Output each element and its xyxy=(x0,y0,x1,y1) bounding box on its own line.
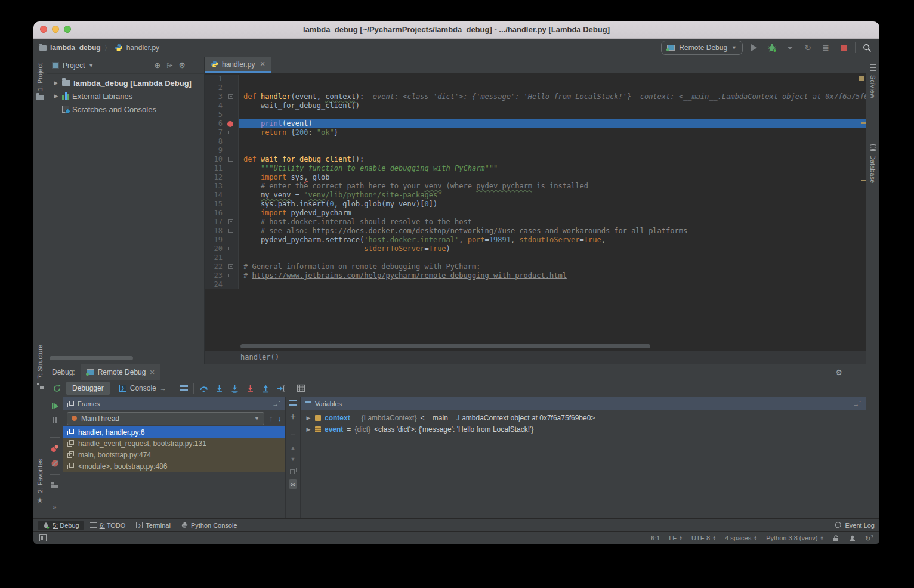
tree-item-external-libraries[interactable]: ▶ External Libraries xyxy=(47,89,204,103)
move-up-button[interactable]: ▲ xyxy=(291,445,296,451)
gutter-fold-column[interactable] xyxy=(225,164,239,173)
variable-row[interactable]: ▶event={dict}<class 'dict'>: {'message':… xyxy=(301,423,866,435)
toolwindow-tab-favorites[interactable]: 2: Favorites ★ xyxy=(33,459,47,504)
error-stripe-mark[interactable] xyxy=(859,76,864,81)
fold-end-icon[interactable] xyxy=(229,274,233,277)
chevron-right-icon[interactable]: ▶ xyxy=(53,93,59,99)
error-stripe-mark[interactable] xyxy=(861,122,866,124)
hamburger-icon[interactable] xyxy=(289,400,297,406)
remove-watch-button[interactable]: − xyxy=(290,429,295,440)
code-line-16[interactable]: 16 import pydevd_pycharm xyxy=(205,209,866,218)
step-into-my-code-button[interactable] xyxy=(229,382,240,394)
gutter-fold-column[interactable] xyxy=(225,218,239,227)
code-line-4[interactable]: 4 wait_for_debug_client() xyxy=(205,101,866,110)
code-line-2[interactable]: 2 xyxy=(205,83,866,92)
update-status-icon[interactable]: ↻? xyxy=(865,534,873,543)
gutter-fold-column[interactable] xyxy=(225,92,239,101)
tab-console[interactable]: ❯ Console →˙ xyxy=(113,382,175,395)
new-watch-button[interactable]: ＋ xyxy=(288,411,298,423)
code-line-10[interactable]: 10def wait_for_debug_client(): xyxy=(205,155,866,164)
breadcrumb-project[interactable]: lambda_debug xyxy=(50,44,101,52)
code-line-7[interactable]: 7 return {200: "ok"} xyxy=(205,128,866,137)
gutter-fold-column[interactable] xyxy=(225,75,239,83)
event-log-button[interactable]: Event Log xyxy=(834,521,875,529)
collapse-all-icon[interactable]: ⌲ xyxy=(166,61,172,70)
chevron-right-icon[interactable]: ▶ xyxy=(305,415,311,421)
gutter-fold-column[interactable] xyxy=(225,137,239,146)
pause-button[interactable] xyxy=(51,417,58,424)
project-horizontal-scrollbar[interactable] xyxy=(50,356,133,360)
gear-icon[interactable]: ⚙ xyxy=(835,368,842,377)
code-line-24[interactable]: 24 xyxy=(205,280,866,289)
fold-end-icon[interactable] xyxy=(229,247,233,250)
move-down-button[interactable]: ▼ xyxy=(291,456,296,462)
code-line-18[interactable]: 18 # see also: https://docs.docker.com/d… xyxy=(205,227,866,236)
gutter-fold-column[interactable] xyxy=(225,236,239,245)
breadcrumb-file[interactable]: handler.py xyxy=(126,44,159,52)
step-into-button[interactable] xyxy=(213,382,225,394)
tree-item-scratches[interactable]: Scratches and Consoles xyxy=(47,103,204,116)
breakpoint-dot[interactable] xyxy=(227,121,233,127)
toolwindow-tab-debug[interactable]: 5: Debug xyxy=(38,521,84,530)
fold-open-icon[interactable] xyxy=(229,219,233,224)
restore-layout-button[interactable] xyxy=(51,481,59,488)
code-line-14[interactable]: 14 my_venv = "venv/lib/python*/site-pack… xyxy=(205,191,866,200)
fold-open-icon[interactable] xyxy=(229,94,233,99)
code-line-17[interactable]: 17 # host.docker.internal should resolve… xyxy=(205,218,866,227)
editor-breadcrumb[interactable]: handler() xyxy=(240,353,279,361)
code-line-3[interactable]: 3def handler(event, context): event: <cl… xyxy=(205,92,866,101)
chevron-down-icon[interactable]: ▼ xyxy=(88,63,94,69)
variable-row[interactable]: ▶context={LambdaContext}<__main__.Lambda… xyxy=(301,412,866,423)
code-line-22[interactable]: 22# General information on remote debugg… xyxy=(205,262,866,271)
code-editor[interactable]: 123def handler(event, context): event: <… xyxy=(205,73,866,350)
gutter-fold-column[interactable] xyxy=(225,262,239,271)
gutter-fold-column[interactable] xyxy=(225,83,239,92)
debug-button[interactable] xyxy=(765,41,779,54)
fold-open-icon[interactable] xyxy=(229,157,233,162)
view-breakpoints-button[interactable] xyxy=(51,444,59,453)
toolwindow-tab-python-console[interactable]: Python Console xyxy=(177,521,242,530)
editor-tab-handler[interactable]: handler.py ✕ xyxy=(205,57,271,73)
error-stripe-mark[interactable] xyxy=(861,180,866,181)
hide-panel-icon[interactable]: — xyxy=(192,61,199,70)
code-line-23[interactable]: 23# https://www.jetbrains.com/help/pycha… xyxy=(205,271,866,280)
toolwindow-tab-terminal[interactable]: ❯ Terminal xyxy=(132,521,175,530)
interpreter-selector[interactable]: Python 3.8 (venv)▲▼ xyxy=(766,534,823,541)
run-button[interactable] xyxy=(748,41,761,54)
code-line-6[interactable]: 6 print(event) xyxy=(205,119,866,128)
code-line-13[interactable]: 13 # enter the correct path here to your… xyxy=(205,182,866,191)
concurrency-button[interactable]: ≣ xyxy=(819,41,832,54)
hide-panel-icon[interactable]: — xyxy=(850,368,857,377)
code-with-me-icon[interactable] xyxy=(848,534,856,542)
more-actions-button[interactable]: » xyxy=(53,503,57,510)
rerun-button[interactable] xyxy=(51,382,63,394)
gutter-fold-column[interactable] xyxy=(225,245,239,253)
frame-row[interactable]: <module>, bootstrap.py:486 xyxy=(63,460,285,472)
gutter-fold-column[interactable] xyxy=(225,182,239,191)
coverage-button[interactable]: ↻ xyxy=(801,41,814,54)
code-line-11[interactable]: 11 """Utility function to enable debuggi… xyxy=(205,164,866,173)
code-line-15[interactable]: 15 sys.path.insert(0, glob.glob(my_venv)… xyxy=(205,200,866,209)
gutter-fold-column[interactable] xyxy=(225,146,239,155)
gutter-fold-column[interactable] xyxy=(225,119,239,128)
gutter-fold-column[interactable] xyxy=(225,155,239,164)
locate-file-icon[interactable]: ⊕ xyxy=(154,61,160,70)
stop-button[interactable] xyxy=(837,41,850,54)
layout-settings-button[interactable] xyxy=(178,382,190,394)
gutter-fold-column[interactable] xyxy=(225,173,239,182)
gear-icon[interactable]: ⚙ xyxy=(178,61,186,70)
mute-breakpoints-button[interactable] xyxy=(51,459,59,468)
previous-frame-button[interactable]: ↑ xyxy=(269,414,273,422)
close-tab-icon[interactable]: ✕ xyxy=(260,60,265,68)
gutter-fold-column[interactable] xyxy=(225,227,239,236)
pin-icon[interactable]: →˙ xyxy=(853,400,861,407)
force-step-into-button[interactable] xyxy=(244,382,256,394)
gutter-fold-column[interactable] xyxy=(225,110,239,119)
chevron-right-icon[interactable]: ▶ xyxy=(305,426,311,432)
close-session-icon[interactable]: ✕ xyxy=(149,369,155,376)
code-line-19[interactable]: 19 pydevd_pycharm.settrace('host.docker.… xyxy=(205,236,866,245)
code-line-9[interactable]: 9 xyxy=(205,146,866,155)
caret-position[interactable]: 6:1 xyxy=(651,534,660,541)
editor-horizontal-scrollbar[interactable] xyxy=(240,344,650,348)
copy-icon[interactable] xyxy=(290,468,297,474)
